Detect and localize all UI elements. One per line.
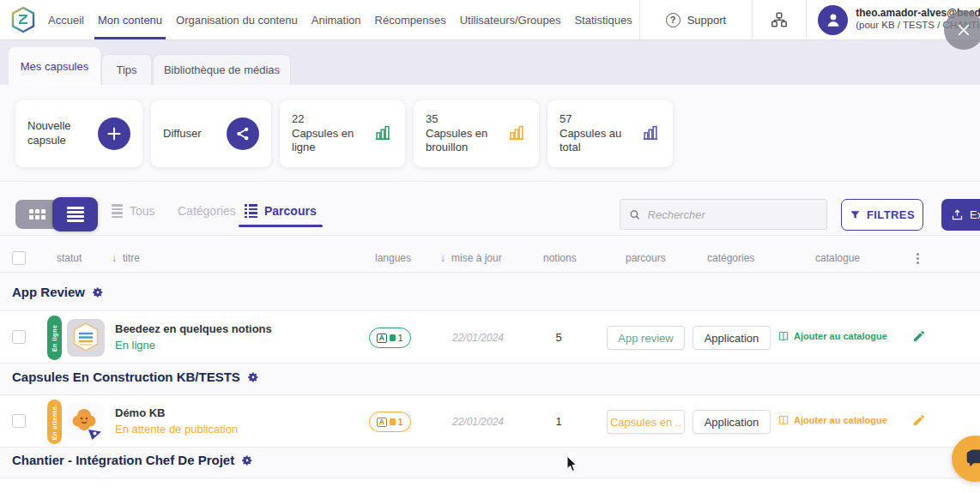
bar-chart-icon [640,123,661,145]
edit-button[interactable] [912,329,926,346]
nav-item-animation[interactable]: Animation [305,0,368,39]
languages-badge[interactable]: A 1 [369,412,411,432]
group-header-app-review: App Review [12,285,104,299]
gear-icon[interactable] [241,454,253,466]
filters-button[interactable]: FILTRES [841,199,923,231]
capsule-status: En attente de publication [115,422,238,438]
export-button[interactable]: Export [941,199,980,231]
parcours-chip[interactable]: App review [607,326,685,350]
search-box[interactable] [620,199,827,230]
diffuser-card[interactable]: Diffuser [151,100,271,167]
view-toggle[interactable] [15,197,98,231]
org-chart-button[interactable] [752,0,806,39]
row-checkbox[interactable] [12,414,26,428]
col-mise-a-jour[interactable]: mise à jour [451,252,502,264]
translate-icon: A [377,418,386,427]
group-title: Chantier - Intégration Chef De Projet [12,453,234,467]
filter-tab-categories[interactable]: Catégories [166,204,236,218]
table-header: statut ↓ titre langues ↓ mise à jour not… [0,244,980,273]
new-capsule-label: Nouvelle capsule [27,119,88,148]
share-icon [227,117,259,150]
category-chip[interactable]: Application [693,410,771,434]
stat-card-online[interactable]: 22 Capsules en ligne [280,100,405,167]
table-row[interactable]: En ligne Beedeez en quelques notions En … [0,310,980,364]
support-label: Support [687,14,727,27]
pencil-icon [912,413,926,427]
diffuser-label: Diffuser [163,127,202,141]
col-categories[interactable]: catégories [707,252,754,264]
sort-down-icon[interactable]: ↓ [112,252,117,264]
nav-item-recompenses[interactable]: Récompenses [368,0,453,39]
divider [0,235,980,236]
capsule-title: Démo KB [115,406,238,422]
nav-item-mon-contenu[interactable]: Mon contenu [91,0,169,39]
help-icon: ? [666,13,681,27]
category-chip[interactable]: Application [693,326,771,350]
search-input[interactable] [648,208,818,221]
capsule-title: Beedeez en quelques notions [115,322,272,338]
person-icon [824,10,843,29]
col-parcours[interactable]: parcours [626,252,666,264]
notions-count: 1 [516,415,602,428]
updated-date: 22/01/2024 [435,332,521,344]
divider [0,181,980,182]
table-row[interactable]: En attente. Démo KB En attente de public… [0,394,980,448]
beedeez-logo[interactable] [0,0,39,39]
chat-icon [963,447,980,471]
close-icon [955,21,972,39]
gear-icon[interactable] [247,371,259,383]
status-pill: En ligne [47,316,62,360]
col-catalogue[interactable]: catalogue [815,252,860,264]
tab-tips[interactable]: Tips [101,54,152,85]
list-view-button[interactable] [52,197,98,231]
nav-item-organisation[interactable]: Organisation du contenu [169,0,305,39]
close-button[interactable] [944,10,980,50]
toolbar: Tous Catégories Parcours FILTRES Export [0,195,980,235]
book-icon [777,414,789,426]
book-icon [777,330,789,342]
stat-card-total[interactable]: 57 Capsules au total [547,100,673,167]
capsule-thumbnail [67,403,105,441]
stat-card-draft[interactable]: 35 Capsules en brouillon [414,100,539,167]
capsule-status: En ligne [115,338,272,354]
nav-item-utilisateurs[interactable]: Utilisateurs/Groupes [453,0,568,39]
row-checkbox[interactable] [12,330,26,344]
filter-tab-parcours[interactable]: Parcours [245,204,317,218]
support-button[interactable]: ? Support [639,0,753,39]
tab-mes-capsules[interactable]: Mes capsules [9,47,100,85]
edit-button[interactable] [912,413,926,430]
status-pill: En attente. [47,400,62,444]
col-titre[interactable]: titre [123,252,140,264]
parcours-chip[interactable]: Capsules en .. [607,410,685,434]
bar-chart-icon [372,123,393,145]
nav-item-accueil[interactable]: Accueil [41,0,91,39]
draft-count: 35 [426,112,496,127]
bullet-list-icon [245,204,257,218]
group-title: Capsules En Construction KB/TESTS [12,370,240,384]
online-label: Capsules en ligne [292,127,362,156]
col-langues[interactable]: langues [375,252,411,264]
add-to-catalogue-button[interactable]: Ajouter au catalogue [777,330,887,342]
gear-icon[interactable] [92,286,104,298]
nav-item-statistiques[interactable]: Statistiques [567,0,638,39]
mouse-cursor [566,455,578,476]
total-label: Capsules au total [560,127,630,156]
column-options-icon[interactable] [916,253,919,264]
main-nav: Accueil Mon contenu Organisation du cont… [41,0,639,39]
new-capsule-card[interactable]: Nouvelle capsule [15,100,142,167]
select-all-checkbox[interactable] [12,251,26,265]
plus-icon [98,117,130,150]
funnel-icon [850,209,861,220]
group-header-chantier: Chantier - Intégration Chef De Projet [12,453,253,467]
col-statut[interactable]: statut [57,252,82,264]
translate-icon: A [377,334,386,343]
col-notions[interactable]: notions [543,252,577,264]
add-to-catalogue-button[interactable]: Ajouter au catalogue [777,414,887,426]
filter-tab-tous[interactable]: Tous [112,204,155,218]
sort-down-icon[interactable]: ↓ [440,252,445,264]
tab-bibliotheque-medias[interactable]: Bibliothèque de médias [153,54,291,85]
languages-badge[interactable]: A 1 [369,328,411,348]
table-row-partial [0,478,980,493]
search-icon [629,208,641,221]
updated-date: 22/01/2024 [435,416,521,428]
